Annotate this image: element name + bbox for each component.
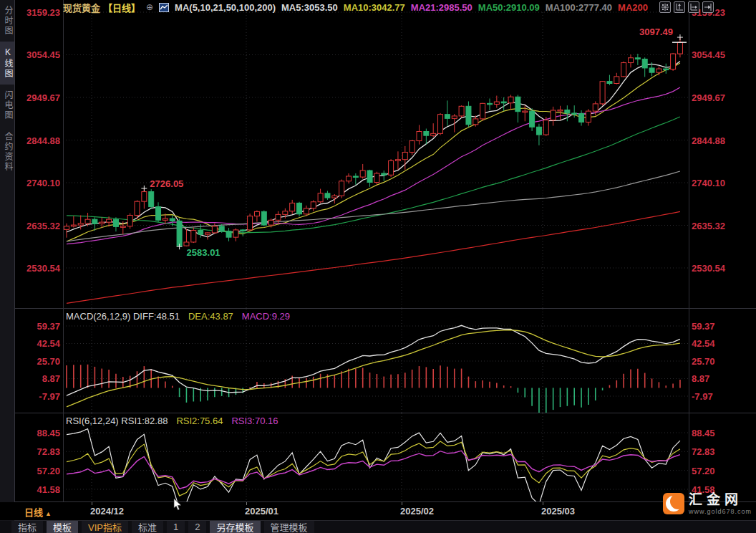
axis-label: 8.87 (13, 373, 60, 384)
axis-label: 57.20 (692, 466, 742, 476)
axis-label: 42.54 (13, 338, 60, 349)
axis-label: 72.83 (13, 446, 60, 457)
month-label: 2025/02 (400, 506, 434, 517)
axis-label: 2530.54 (692, 263, 742, 274)
tab-1[interactable]: 1 (167, 521, 185, 533)
macd-title: MACD(26,12,9) DIFF:48.51 (66, 311, 180, 322)
axis-label: 2949.67 (13, 92, 60, 103)
time-axis: 日线▲ 2024/122025/012025/022025/03 (0, 502, 756, 520)
chart-header: 现货黄金 【日线】 ⊕ MA(5,10,21,50,100,200) MA5:3… (63, 0, 648, 14)
snap-right-icon[interactable] (702, 1, 714, 13)
candlestick-chart-canvas[interactable]: 2726.052583.013097.49 (63, 0, 689, 308)
axis-label: 2740.10 (692, 178, 742, 188)
tab-indicators[interactable]: 指标 (11, 521, 43, 533)
axis-label: 3054.45 (692, 49, 742, 60)
ma-formula-label: MA(5,10,21,50,100,200) (175, 2, 276, 13)
price-annotation: 3097.49 (639, 27, 673, 37)
axis-label: 72.83 (692, 446, 742, 457)
bottom-tab-bar: 指标 模板 VIP指标 标准 1 2 另存模板 管理模板 (0, 521, 756, 533)
axis-label: 42.54 (692, 338, 742, 349)
tab-vip-indicators[interactable]: VIP指标 (82, 521, 128, 533)
axis-label: 88.45 (13, 428, 60, 438)
month-tick (92, 502, 92, 505)
rsi-title: RSI(6,12,24) RSI1:82.88 (66, 416, 168, 426)
tab-save-as-template[interactable]: 另存模板 (210, 521, 260, 533)
add-indicator-icon[interactable]: ⊕ (146, 2, 153, 12)
huijin-logo: 汇金网 www.gold678.com (663, 493, 752, 515)
ma21-legend: MA21:2985.50 (411, 2, 472, 13)
price-annotation: 2583.01 (187, 247, 220, 258)
symbol-title: 现货黄金 (63, 1, 100, 14)
rsi-chart-canvas[interactable] (63, 413, 689, 501)
axis-label: 57.20 (13, 466, 60, 476)
mini-chart-icon (159, 3, 169, 12)
axis-label: 2635.32 (13, 221, 60, 231)
ma200-legend: MA200 (618, 2, 648, 13)
ma10-legend: MA10:3042.77 (344, 2, 405, 13)
axis-label: -7.97 (13, 391, 60, 402)
axis-label: 25.70 (13, 356, 60, 367)
rsi-panel-header: RSI(6,12,24) RSI1:82.88 RSI2:75.64 RSI3:… (66, 416, 278, 426)
huijin-logo-icon (663, 493, 684, 514)
month-label: 2024/12 (90, 506, 124, 517)
axis-label: 2740.10 (13, 178, 60, 188)
axis-label: 41.58 (13, 484, 60, 495)
tab-templates[interactable]: 模板 (47, 521, 78, 533)
macd-chart-canvas[interactable] (63, 309, 689, 413)
axis-label: 88.45 (692, 428, 742, 438)
ma100-legend: MA100:2777.40 (546, 2, 612, 13)
fit-x-axis-icon[interactable] (688, 1, 699, 13)
axis-label: 25.70 (692, 356, 742, 367)
rsi2-value: RSI2:75.64 (176, 416, 223, 426)
sidebar-item-kline-chart[interactable]: K线图 (0, 42, 14, 85)
axis-label: -7.97 (692, 391, 742, 402)
fit-y-axis-icon[interactable] (674, 1, 685, 13)
period-selector[interactable]: 日线▲ (24, 505, 52, 519)
tab-manage-templates[interactable]: 管理模板 (264, 521, 314, 533)
chart-toolbar (659, 1, 714, 13)
logo-name: 汇金网 (689, 493, 752, 507)
trading-app-window: 分时图 K线图 闪电图 合约资料 现货黄金 【日线】 ⊕ MA(5,10,21,… (0, 0, 756, 533)
ma5-legend: MA5:3053.50 (281, 2, 338, 13)
axis-label: 3054.45 (13, 49, 60, 60)
mouse-cursor (173, 499, 183, 512)
rsi3-value: RSI3:70.16 (231, 416, 278, 426)
period-tag: 【日线】 (103, 1, 140, 14)
macd-dea-value: DEA:43.87 (188, 311, 233, 322)
axis-label: 2949.67 (692, 92, 742, 103)
tab-standard[interactable]: 标准 (132, 521, 163, 533)
axis-border (689, 0, 689, 501)
month-label: 2025/01 (245, 506, 278, 517)
sidebar-item-lightning-chart[interactable]: 闪电图 (0, 85, 14, 126)
ma50-legend: MA50:2910.09 (478, 2, 540, 13)
axis-label: 3159.23 (13, 7, 60, 18)
axis-label: 8.87 (692, 373, 742, 384)
axis-label: 2844.88 (692, 135, 742, 146)
price-annotation: 2726.05 (150, 178, 183, 189)
logo-url: www.gold678.com (689, 508, 752, 515)
sidebar-item-contract-info[interactable]: 合约资料 (0, 126, 14, 178)
month-tick (543, 502, 543, 505)
axis-label: 59.37 (13, 321, 60, 332)
month-label: 2025/03 (541, 506, 575, 517)
month-tick (246, 502, 247, 505)
axis-label: 2530.54 (13, 263, 60, 274)
chevron-up-icon: ▲ (45, 510, 52, 517)
axis-label: 2635.32 (692, 221, 742, 231)
month-tick (402, 502, 402, 505)
tab-2[interactable]: 2 (188, 521, 206, 533)
crosshair-icon[interactable] (659, 1, 671, 13)
macd-panel-header: MACD(26,12,9) DIFF:48.51 DEA:43.87 MACD:… (66, 311, 290, 322)
axis-label: 59.37 (692, 321, 742, 332)
axis-label: 2844.88 (13, 135, 60, 146)
sidebar-item-timeshare-chart[interactable]: 分时图 (0, 0, 14, 42)
macd-hist-value: MACD:9.29 (242, 311, 290, 322)
